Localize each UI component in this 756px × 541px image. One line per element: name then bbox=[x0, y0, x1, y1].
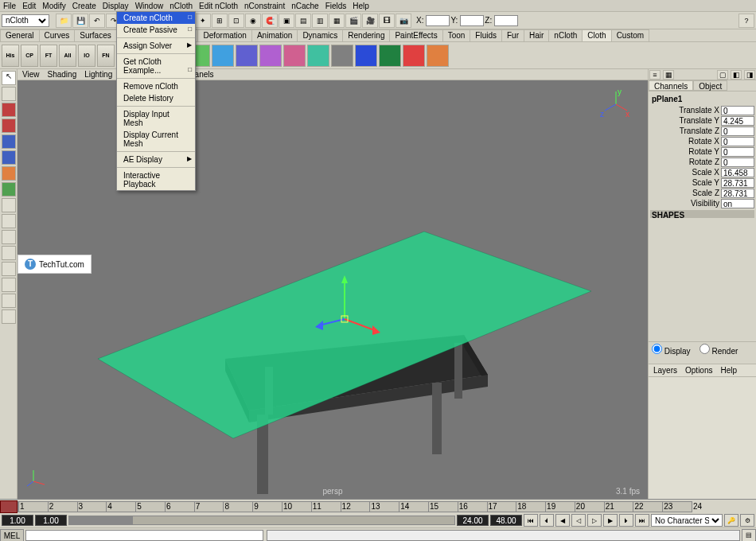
time-slider[interactable]: 123456789101112131415161718192021222324 bbox=[0, 499, 756, 513]
channel-row[interactable]: Visibilityon bbox=[650, 198, 754, 208]
tab-object[interactable]: Object bbox=[693, 80, 727, 91]
shelf-tab-ncloth[interactable]: nCloth bbox=[548, 29, 583, 41]
toolbar-button[interactable]: 📁 bbox=[56, 14, 72, 28]
channel-row[interactable]: Translate Y4.245 bbox=[650, 115, 754, 126]
shelf-menu-button[interactable]: All bbox=[59, 45, 76, 67]
channel-row[interactable]: Scale X16.458 bbox=[650, 167, 754, 177]
menu-edit-ncloth[interactable]: Edit nCloth bbox=[199, 2, 238, 10]
play-forward-button[interactable]: ▷ bbox=[587, 514, 602, 527]
menu-item-get-ncloth-example-[interactable]: Get nCloth Example... bbox=[117, 56, 195, 76]
prev-key-button[interactable]: ◀ bbox=[555, 514, 570, 527]
shelf-menu-button[interactable]: CP bbox=[21, 45, 38, 67]
shelf-item[interactable] bbox=[212, 45, 234, 67]
channel-box-icon[interactable]: ◧ bbox=[731, 70, 742, 80]
shelf-menu-button[interactable]: FN bbox=[97, 45, 115, 67]
menu-item-remove-ncloth[interactable]: Remove nCloth bbox=[117, 80, 195, 92]
layout-button[interactable] bbox=[2, 278, 16, 292]
channel-row[interactable]: Scale Z28.731 bbox=[650, 188, 754, 198]
viewport-menu-shading[interactable]: Shading bbox=[48, 70, 77, 79]
character-set-selector[interactable]: No Character Set bbox=[651, 514, 723, 527]
shelf-tab-surfaces[interactable]: Surfaces bbox=[74, 29, 116, 41]
toolbar-button[interactable]: ↶ bbox=[89, 14, 105, 28]
object-name[interactable]: pPlane1 bbox=[650, 93, 754, 105]
tab-channels[interactable]: Channels bbox=[649, 80, 693, 91]
layers-menu-help[interactable]: Help bbox=[720, 366, 737, 375]
layout-button[interactable] bbox=[2, 246, 16, 260]
show-manip-tool[interactable] bbox=[2, 182, 16, 197]
shelf-tab-painteffects[interactable]: PaintEffects bbox=[389, 29, 442, 41]
toolbar-button[interactable]: ▤ bbox=[295, 14, 311, 28]
layers-menu-options[interactable]: Options bbox=[685, 366, 712, 375]
lasso-tool[interactable] bbox=[2, 87, 16, 101]
toolbar-button[interactable]: ▥ bbox=[312, 14, 328, 28]
channel-row[interactable]: Translate X0 bbox=[650, 105, 754, 115]
render-button[interactable]: 🎞 bbox=[379, 14, 395, 28]
shelf-menu-button[interactable]: IO bbox=[78, 45, 95, 67]
menu-fields[interactable]: Fields bbox=[325, 2, 347, 10]
menu-nconstraint[interactable]: nConstraint bbox=[244, 2, 285, 10]
shelf-tab-cloth[interactable]: Cloth bbox=[582, 29, 611, 41]
shelf-tab-curves[interactable]: Curves bbox=[39, 29, 76, 41]
shelf-item[interactable] bbox=[331, 45, 353, 67]
toolbar-button[interactable]: 💾 bbox=[72, 14, 88, 28]
shelf-tab-general[interactable]: General bbox=[0, 29, 40, 41]
shelf-item[interactable] bbox=[259, 45, 282, 67]
shelf-item[interactable] bbox=[379, 45, 401, 67]
viewport-menu-view[interactable]: View bbox=[22, 70, 40, 79]
menu-file[interactable]: File bbox=[3, 2, 16, 10]
render-button[interactable]: 🎬 bbox=[345, 14, 361, 28]
perspective-viewport[interactable]: y x z persp 3.1 fps bbox=[18, 80, 648, 499]
autokey-button[interactable] bbox=[0, 500, 18, 513]
render-radio[interactable]: Render bbox=[699, 347, 738, 356]
snap-button[interactable]: ⊞ bbox=[212, 14, 228, 28]
rotate-tool[interactable] bbox=[2, 119, 16, 133]
menu-item-create-ncloth[interactable]: Create nCloth bbox=[117, 12, 195, 24]
selection-mask-button[interactable]: ✦ bbox=[195, 14, 211, 28]
render-button[interactable]: 📷 bbox=[396, 14, 411, 28]
shelf-tab-toon[interactable]: Toon bbox=[442, 29, 471, 41]
menu-item-create-passive[interactable]: Create Passive bbox=[117, 24, 195, 36]
shelf-tab-hair[interactable]: Hair bbox=[524, 29, 549, 41]
menu-edit[interactable]: Edit bbox=[22, 2, 36, 10]
menu-item-delete-history[interactable]: Delete History bbox=[117, 92, 195, 104]
next-key-button[interactable]: ▶ bbox=[603, 514, 618, 527]
scale-tool[interactable] bbox=[2, 134, 16, 149]
prefs-button[interactable]: ⚙ bbox=[740, 514, 754, 527]
layout-button[interactable] bbox=[2, 230, 16, 244]
viewport-menu-lighting[interactable]: Lighting bbox=[84, 70, 112, 79]
shelf-item[interactable] bbox=[236, 45, 258, 67]
channel-row[interactable]: Rotate Y0 bbox=[650, 146, 754, 157]
step-fwd-button[interactable]: ⏵ bbox=[619, 514, 633, 527]
shelf-item[interactable] bbox=[403, 45, 425, 67]
playback-start-input[interactable] bbox=[2, 515, 33, 526]
channel-box-icon[interactable]: ≡ bbox=[649, 70, 661, 80]
module-selector[interactable]: nCloth bbox=[2, 14, 49, 27]
shelf-menu-button[interactable]: FT bbox=[40, 45, 57, 67]
shelf-menu-button[interactable]: His bbox=[2, 45, 19, 67]
layout-button[interactable] bbox=[2, 198, 16, 212]
autokey-toggle[interactable]: 🔑 bbox=[724, 514, 738, 527]
menu-item-assign-solver[interactable]: Assign Solver bbox=[117, 40, 195, 52]
shelf-item[interactable] bbox=[283, 45, 306, 67]
channel-box-icon[interactable]: ▦ bbox=[663, 70, 674, 80]
snap-button[interactable]: ◉ bbox=[245, 14, 261, 28]
snap-button[interactable]: ⊡ bbox=[228, 14, 244, 28]
toolbar-button[interactable]: ▣ bbox=[279, 14, 294, 28]
play-back-button[interactable]: ◁ bbox=[571, 514, 586, 527]
shelf-tab-fluids[interactable]: Fluids bbox=[470, 29, 502, 41]
menu-item-display-current-mesh[interactable]: Display Current Mesh bbox=[117, 129, 195, 150]
step-back-button[interactable]: ⏴ bbox=[540, 514, 554, 527]
soft-mod-tool[interactable] bbox=[2, 166, 16, 181]
command-input[interactable] bbox=[25, 530, 263, 541]
shelf-tab-deformation[interactable]: Deformation bbox=[197, 29, 251, 41]
channel-row[interactable]: Translate Z0 bbox=[650, 126, 754, 136]
channel-row[interactable]: Rotate X0 bbox=[650, 136, 754, 146]
menu-ncloth[interactable]: nCloth bbox=[170, 2, 193, 10]
command-language-label[interactable]: MEL bbox=[0, 529, 24, 542]
toolbar-button[interactable]: ▦ bbox=[329, 14, 345, 28]
shelf-item[interactable] bbox=[427, 45, 449, 67]
range-slider[interactable] bbox=[68, 516, 455, 525]
x-input[interactable] bbox=[426, 15, 450, 26]
script-editor-button[interactable]: ▤ bbox=[742, 529, 756, 542]
channel-box-icon[interactable]: ▢ bbox=[717, 70, 728, 80]
